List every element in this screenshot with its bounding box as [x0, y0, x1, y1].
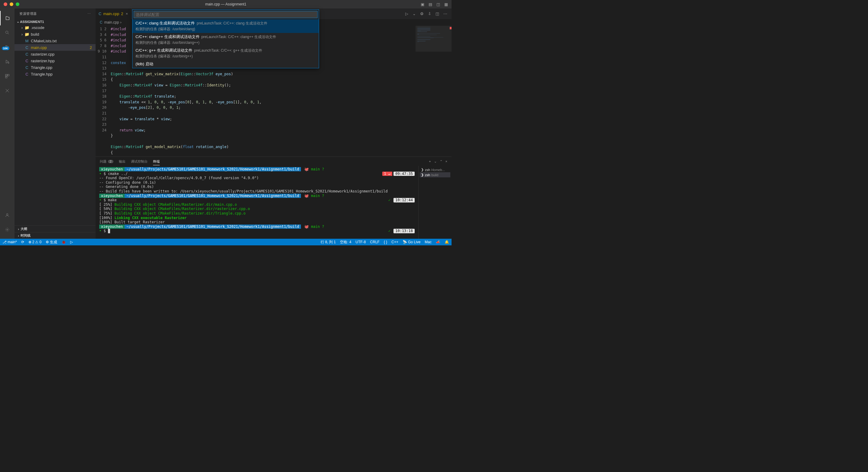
prompt-user: xieyouchen — [99, 167, 125, 171]
chevron-down-icon: ⌄ — [16, 20, 20, 24]
close-panel-icon[interactable]: × — [445, 160, 447, 163]
activity-liveshare[interactable] — [0, 83, 14, 98]
sidebar-title-text: 资源管理器 — [19, 11, 37, 16]
tree-folder-vscode[interactable]: ›📁.vscode — [14, 24, 96, 31]
status-feedback-icon[interactable]: 📣 — [436, 240, 440, 244]
debug-option-clang[interactable]: C/C++: clang 生成和调试活动文件preLaunchTask: C/C… — [132, 19, 319, 33]
svg-point-0 — [6, 31, 8, 34]
status-brackets[interactable]: { } — [384, 240, 387, 244]
close-window[interactable] — [4, 2, 7, 6]
debug-option-clangpp[interactable]: C/C++: clang++ 生成和调试活动文件preLaunchTask: C… — [132, 33, 319, 46]
svg-rect-5 — [5, 74, 7, 76]
tree-file-triangle-cpp[interactable]: CTriangle.cpp — [14, 64, 96, 71]
panel-tab-problems[interactable]: 问题2 — [100, 159, 114, 164]
minimize-window[interactable] — [10, 2, 13, 6]
run-dropdown-icon[interactable]: ⌄ — [412, 11, 416, 16]
svg-point-4 — [8, 62, 9, 63]
tree-folder-build[interactable]: ›📁build — [14, 31, 96, 37]
sidebar-timeline[interactable]: ›时间线 — [14, 232, 96, 239]
terminal-dropdown-icon[interactable]: ⌄ — [434, 160, 437, 164]
maximize-panel-icon[interactable]: ⌃ — [440, 160, 442, 164]
prompt-path: ~/usually/Projects/GAMES101/GAMES101_Hom… — [125, 167, 301, 171]
tab-close-icon[interactable]: × — [125, 11, 128, 16]
status-indent[interactable]: 空格: 4 — [340, 240, 351, 245]
status-language[interactable]: C++ — [391, 240, 398, 244]
terminal-tab-1[interactable]: ❯zsh Homeb... — [420, 167, 450, 172]
split-editor-icon[interactable]: ◫ — [435, 11, 439, 16]
cpp-file-icon: C — [99, 11, 101, 16]
scm-badge: 10K — [2, 46, 9, 50]
time-badge: 09:47:35 — [394, 172, 415, 176]
download-icon[interactable]: ⇩ — [428, 11, 431, 16]
activity-extensions[interactable] — [0, 69, 14, 83]
chevron-right-icon: › — [120, 20, 121, 25]
panel-tab-terminal[interactable]: 终端 — [153, 159, 160, 165]
sidebar-title: 资源管理器 ⋯ — [14, 8, 96, 19]
svg-point-1 — [6, 46, 7, 46]
tree-file-main-cpp[interactable]: Cmain.cpp2 — [14, 44, 96, 51]
sidebar-folder-name: ASSIGNMENT1 — [20, 20, 44, 24]
sidebar-explorer: 资源管理器 ⋯ ⌄ ASSIGNMENT1 ›📁.vscode ›📁build … — [14, 8, 96, 239]
tree-file-rasterizer-hpp[interactable]: Crasterizer.hpp — [14, 58, 96, 64]
status-encoding[interactable]: UTF-8 — [356, 240, 366, 244]
activity-run-debug[interactable] — [0, 55, 14, 69]
problems-badge: 2 — [108, 160, 114, 163]
status-platform[interactable]: Mac — [425, 240, 432, 244]
sidebar-folder-header[interactable]: ⌄ ASSIGNMENT1 — [14, 19, 96, 24]
status-branch[interactable]: ⎇ main* — [2, 240, 17, 244]
titlebar-layout-controls: ▣ ▤ ◫ ▦ — [420, 2, 448, 7]
status-go-live[interactable]: 📡 Go Live — [403, 240, 421, 244]
status-sync[interactable]: ⟳ — [21, 240, 24, 244]
cpp-file-icon: C — [100, 20, 102, 25]
titlebar: main.cpp — Assignment1 ▣ ▤ ◫ ▦ — [0, 0, 452, 8]
customize-layout-icon[interactable]: ▦ — [444, 2, 448, 7]
editor-actions: ▷ ⌄ ⚙ ⇩ ◫ ⋯ — [405, 11, 452, 16]
terminal-icon: ❯ — [421, 168, 424, 172]
sidebar-outline[interactable]: ›大纲 — [14, 226, 96, 232]
activity-bar: 10K — [0, 8, 14, 239]
activity-account[interactable] — [0, 208, 14, 223]
status-cursor[interactable]: 行 8, 列 1 — [320, 240, 336, 245]
maximize-window[interactable] — [16, 2, 19, 6]
panel-tab-debug-console[interactable]: 调试控制台 — [131, 159, 148, 164]
line-numbers: 1 2 3 4 5 6 7 8 9 10 11 12 13 14 15 16 1… — [96, 26, 111, 157]
file-tree: ›📁.vscode ›📁build MCMakeLists.txt Cmain.… — [14, 24, 96, 77]
settings-gear-icon[interactable]: ⚙ — [420, 11, 424, 16]
window-title: main.cpp — Assignment1 — [205, 2, 246, 6]
debug-option-gpp[interactable]: C/C++: g++ 生成和调试活动文件preLaunchTask: C/C++… — [132, 46, 319, 60]
sidebar-more-icon[interactable]: ⋯ — [87, 12, 91, 16]
tree-file-triangle-hpp[interactable]: CTriangle.hpp — [14, 71, 96, 77]
tree-file-rasterizer-cpp[interactable]: Crasterizer.cpp — [14, 51, 96, 58]
status-eol[interactable]: CRLF — [370, 240, 379, 244]
new-terminal-icon[interactable]: + — [429, 160, 431, 163]
activity-explorer[interactable] — [0, 11, 14, 25]
terminal-tab-2[interactable]: ❯zsh build — [420, 172, 450, 177]
run-icon[interactable]: ▷ — [405, 11, 408, 16]
breadcrumb-file: main.cpp — [104, 20, 119, 25]
tree-file-cmakelists[interactable]: MCMakeLists.txt — [14, 37, 96, 44]
activity-search[interactable] — [0, 25, 14, 40]
status-bell-icon[interactable]: 🔔 — [444, 240, 449, 244]
more-actions-icon[interactable]: ⋯ — [443, 11, 447, 16]
terminal-content[interactable]: xieyouchen~/usually/Projects/GAMES101/GA… — [96, 166, 418, 239]
terminal-list: ❯zsh Homeb... ❯zsh build — [418, 166, 452, 239]
toggle-primary-sidebar-icon[interactable]: ▣ — [420, 2, 425, 7]
svg-point-8 — [6, 214, 8, 215]
panel-tab-output[interactable]: 输出 — [119, 159, 125, 164]
debug-option-lldb[interactable]: (lldb) 启动 — [132, 60, 319, 68]
toggle-panel-icon[interactable]: ▤ — [428, 2, 433, 7]
tab-label: main.cpp — [103, 11, 119, 16]
minimap[interactable] — [415, 26, 452, 157]
status-debug[interactable]: 🐞 — [61, 240, 66, 244]
debug-config-input[interactable] — [134, 11, 317, 18]
tab-main-cpp[interactable]: C main.cpp 2 × — [96, 8, 131, 19]
window-controls — [0, 2, 19, 6]
status-problems[interactable]: ⊗ 2 ⚠ 0 — [28, 240, 41, 244]
status-run[interactable]: ▷ — [70, 240, 73, 244]
terminal-icon: ❯ — [421, 173, 424, 177]
toggle-secondary-sidebar-icon[interactable]: ◫ — [436, 2, 441, 7]
status-build[interactable]: ⚙ 生成 — [46, 240, 57, 245]
activity-settings[interactable] — [0, 223, 14, 237]
svg-rect-6 — [7, 74, 9, 76]
error-badge: 1 ↵ — [382, 172, 393, 176]
